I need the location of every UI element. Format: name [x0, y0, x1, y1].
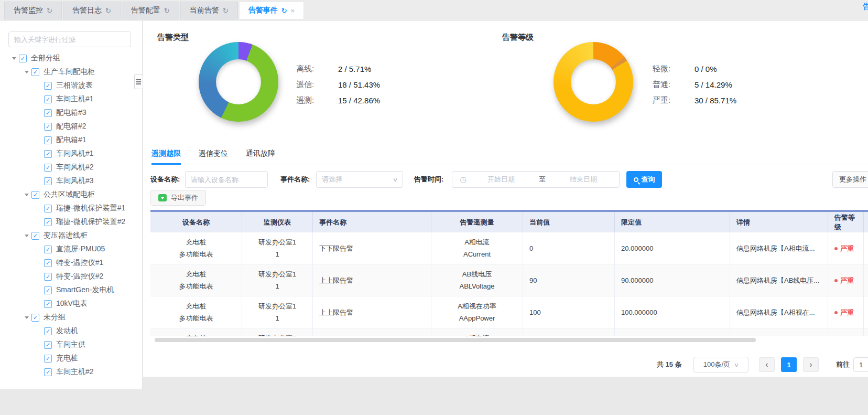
- tree-node[interactable]: 充电桩: [0, 352, 143, 365]
- table-cell: 100.000000: [615, 296, 730, 328]
- tree-checkbox[interactable]: [31, 68, 39, 76]
- tree-node[interactable]: 配电箱#2: [0, 120, 143, 133]
- tree-checkbox[interactable]: [44, 246, 52, 253]
- severity-dot-icon: [834, 279, 838, 282]
- search-button[interactable]: 查询: [626, 171, 662, 188]
- tree-checkbox[interactable]: [44, 300, 52, 308]
- tree-node[interactable]: 变压器进线柜: [0, 229, 143, 242]
- tree-node[interactable]: 配电箱#1: [0, 133, 143, 147]
- severity-cell: 严重: [828, 328, 864, 336]
- date-range-picker[interactable]: ◷ 开始日期 至 结束日期: [452, 171, 620, 188]
- prev-page-button[interactable]: ‹: [759, 357, 775, 372]
- table-cell: [864, 264, 868, 296]
- tree-node[interactable]: 三相谐波表: [0, 79, 143, 92]
- table-cell: A相电流ACurrent: [431, 328, 523, 336]
- tree-node[interactable]: 车间风机#2: [0, 161, 143, 174]
- tree-caret-icon[interactable]: [22, 191, 31, 198]
- event-subtab[interactable]: 通讯故障: [246, 149, 275, 163]
- tree-node[interactable]: 配电箱#3: [0, 106, 143, 120]
- tree-checkbox[interactable]: [31, 232, 39, 240]
- table-header-cell: 当前值: [523, 212, 615, 232]
- pagination: 共 15 条 100条/页 ∨ ‹ 1 › 前往: [143, 357, 868, 374]
- event-name-select[interactable]: 请选择 ∨: [316, 171, 403, 188]
- tree-checkbox[interactable]: [44, 109, 52, 117]
- tree-checkbox[interactable]: [19, 55, 27, 62]
- tree-node[interactable]: 未分组: [0, 311, 143, 324]
- tree-node[interactable]: 全部分组: [0, 51, 143, 65]
- table-cell: A相视在功率AAppPower: [431, 296, 523, 328]
- alarm-level-legend: 轻微:0 / 0%普通:5 / 14.29%严重:30 / 85.71%: [653, 61, 736, 108]
- tree-node[interactable]: 车间主供: [0, 338, 143, 352]
- page-size-select[interactable]: 100条/页 ∨: [693, 357, 748, 373]
- tree-checkbox[interactable]: [44, 177, 52, 185]
- tree-caret-icon[interactable]: [9, 55, 19, 62]
- tree-node[interactable]: 车间主机#2: [0, 365, 143, 379]
- refresh-icon[interactable]: ↻: [47, 7, 52, 15]
- tree-node-label: 车间主机#1: [56, 94, 94, 104]
- table-header-cell: 设备名称: [150, 212, 242, 232]
- tree-checkbox[interactable]: [44, 286, 52, 294]
- event-subtab[interactable]: 遥测越限: [151, 149, 181, 165]
- tree-node[interactable]: 车间风机#3: [0, 174, 143, 188]
- tree-node[interactable]: 车间主机#1: [0, 92, 143, 106]
- tree-node[interactable]: 特变-温控仪#1: [0, 256, 143, 270]
- goto-page-input[interactable]: [853, 357, 868, 372]
- window-tab[interactable]: 告警配置↻: [122, 2, 179, 19]
- current-page-button[interactable]: 1: [781, 357, 797, 372]
- scrollbar-thumb[interactable]: [155, 338, 756, 342]
- tree-checkbox[interactable]: [31, 191, 39, 199]
- tree-node[interactable]: 瑞捷-微机保护装置#2: [0, 215, 143, 229]
- legend-value: 2 / 5.71%: [338, 65, 371, 73]
- legend-label: 严重:: [653, 95, 695, 105]
- tree-node[interactable]: 发动机: [0, 324, 143, 338]
- tree-checkbox[interactable]: [44, 150, 52, 158]
- tree-caret-icon[interactable]: [22, 314, 31, 321]
- page-size-label: 100条/页: [703, 360, 730, 369]
- tree-caret-icon[interactable]: [22, 69, 31, 76]
- close-icon[interactable]: ×: [291, 7, 295, 15]
- window-tab[interactable]: 告警事件↻×: [239, 2, 305, 19]
- tree-node[interactable]: SmartGen-发电机: [0, 283, 143, 297]
- tree-checkbox[interactable]: [44, 327, 52, 335]
- range-separator: 至: [531, 175, 553, 184]
- tree-node[interactable]: 瑞捷-微机保护装置#1: [0, 201, 143, 215]
- tree-checkbox[interactable]: [31, 314, 39, 322]
- tree-checkbox[interactable]: [44, 136, 52, 144]
- tree-checkbox[interactable]: [44, 205, 52, 212]
- tree-caret-icon[interactable]: [22, 232, 31, 239]
- tree-node-label: 车间风机#3: [56, 176, 94, 186]
- refresh-icon[interactable]: ↻: [223, 7, 229, 15]
- refresh-icon[interactable]: ↻: [105, 7, 111, 15]
- tree-checkbox[interactable]: [44, 273, 52, 281]
- window-tab[interactable]: 告警日志↻: [63, 2, 121, 19]
- tree-node[interactable]: 特变-温控仪#2: [0, 270, 143, 283]
- tree-node-label: 全部分组: [31, 54, 60, 63]
- device-name-input[interactable]: [185, 171, 268, 188]
- tree-node[interactable]: 车间风机#1: [0, 147, 143, 161]
- sidebar-collapse-button[interactable]: [134, 75, 143, 89]
- tree-checkbox[interactable]: [44, 164, 52, 172]
- more-actions-button[interactable]: 更多操作: [832, 171, 868, 188]
- tree-checkbox[interactable]: [44, 82, 52, 90]
- window-tab[interactable]: 告警监控↻: [4, 2, 62, 19]
- next-page-button[interactable]: ›: [803, 357, 819, 372]
- tree-checkbox[interactable]: [44, 341, 52, 349]
- tree-node[interactable]: 10kV电表: [0, 297, 143, 311]
- event-subtab[interactable]: 遥信变位: [199, 149, 228, 163]
- tree-checkbox[interactable]: [44, 368, 52, 376]
- refresh-icon[interactable]: ↻: [164, 7, 170, 15]
- tree-node-label: 车间风机#2: [56, 163, 94, 172]
- tree-checkbox[interactable]: [44, 218, 52, 226]
- tree-checkbox[interactable]: [44, 355, 52, 363]
- tree-node[interactable]: 公共区域配电柜: [0, 188, 143, 201]
- device-tree: 全部分组生产车间配电柜三相谐波表车间主机#1配电箱#3配电箱#2配电箱#1车间风…: [0, 51, 143, 379]
- refresh-icon[interactable]: ↻: [281, 7, 287, 15]
- tree-checkbox[interactable]: [44, 259, 52, 267]
- tree-checkbox[interactable]: [44, 123, 52, 131]
- export-events-button[interactable]: 导出事件: [150, 190, 206, 206]
- tree-node[interactable]: 生产车间配电柜: [0, 65, 143, 79]
- window-tab[interactable]: 当前告警↻: [180, 2, 238, 19]
- tree-node[interactable]: 直流屏-PMU05: [0, 242, 143, 256]
- tree-checkbox[interactable]: [44, 95, 52, 103]
- tree-filter-input[interactable]: [8, 31, 131, 47]
